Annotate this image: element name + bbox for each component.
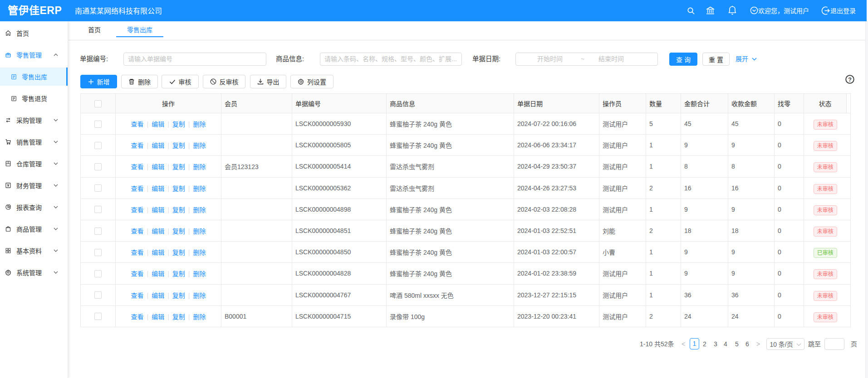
svg-text:?: ? <box>848 77 852 83</box>
